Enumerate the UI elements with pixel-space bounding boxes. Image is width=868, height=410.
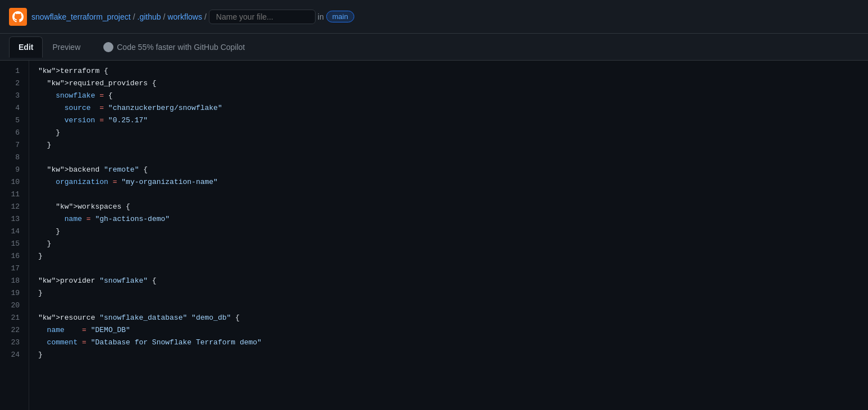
breadcrumb-sep-1: / xyxy=(133,12,135,21)
line-number: 18 xyxy=(4,275,20,287)
line-number: 12 xyxy=(4,201,20,213)
code-editor[interactable]: 123456789101112131415161718192021222324 … xyxy=(0,61,868,410)
line-number: 13 xyxy=(4,213,20,225)
line-number: 22 xyxy=(4,324,20,337)
copilot-button[interactable]: Code 55% faster with GitHub Copilot xyxy=(97,39,252,56)
line-number: 23 xyxy=(4,337,20,349)
tab-bar: Edit Preview Code 55% faster with GitHub… xyxy=(0,34,868,61)
code-line xyxy=(38,188,859,201)
code-line: comment = "Database for Snowflake Terraf… xyxy=(38,337,859,349)
line-number: 17 xyxy=(4,262,20,275)
line-number: 19 xyxy=(4,287,20,300)
line-number: 20 xyxy=(4,300,20,312)
line-number: 2 xyxy=(4,77,20,90)
file-name-input[interactable] xyxy=(209,10,316,24)
line-number: 11 xyxy=(4,188,20,201)
line-number: 5 xyxy=(4,114,20,127)
line-number: 7 xyxy=(4,139,20,151)
line-numbers: 123456789101112131415161718192021222324 xyxy=(0,61,29,410)
line-number: 24 xyxy=(4,349,20,361)
line-number: 21 xyxy=(4,312,20,324)
breadcrumb-repo[interactable]: snowflake_terraform_project xyxy=(31,12,131,21)
line-number: 6 xyxy=(4,127,20,139)
line-number: 3 xyxy=(4,90,20,102)
line-number: 16 xyxy=(4,250,20,262)
code-line: "kw">terraform { xyxy=(38,65,859,77)
breadcrumb: snowflake_terraform_project / .github / … xyxy=(31,10,354,24)
code-line: "kw">required_providers { xyxy=(38,77,859,90)
code-content[interactable]: "kw">terraform { "kw">required_providers… xyxy=(29,61,868,410)
branch-badge: main xyxy=(326,11,354,22)
code-line: "kw">provider "snowflake" { xyxy=(38,275,859,287)
code-line: version = "0.25.17" xyxy=(38,114,859,127)
line-number: 4 xyxy=(4,102,20,114)
code-line: name = "DEMO_DB" xyxy=(38,324,859,337)
tab-preview[interactable]: Preview xyxy=(43,36,90,58)
breadcrumb-github[interactable]: .github xyxy=(138,12,161,21)
code-line xyxy=(38,300,859,312)
code-line: } xyxy=(38,139,859,151)
top-bar: snowflake_terraform_project / .github / … xyxy=(0,0,868,34)
line-number: 14 xyxy=(4,225,20,238)
code-line: name = "gh-actions-demo" xyxy=(38,213,859,225)
breadcrumb-workflows[interactable]: workflows xyxy=(167,12,202,21)
code-line: } xyxy=(38,238,859,250)
code-line: "kw">resource "snowflake_database" "demo… xyxy=(38,312,859,324)
code-line xyxy=(38,262,859,275)
code-line xyxy=(38,151,859,164)
tab-edit[interactable]: Edit xyxy=(9,36,43,58)
code-line: "kw">backend "remote" { xyxy=(38,164,859,176)
code-line: "kw">workspaces { xyxy=(38,201,859,213)
line-number: 15 xyxy=(4,238,20,250)
line-number: 10 xyxy=(4,176,20,188)
copilot-icon xyxy=(103,42,113,52)
code-line: snowflake = { xyxy=(38,90,859,102)
line-number: 9 xyxy=(4,164,20,176)
code-line: source = "chanzuckerberg/snowflake" xyxy=(38,102,859,114)
branch-prefix: in xyxy=(318,12,324,21)
code-line: organization = "my-organization-name" xyxy=(38,176,859,188)
code-line: } xyxy=(38,225,859,238)
breadcrumb-sep-2: / xyxy=(163,12,166,21)
code-line: } xyxy=(38,349,859,361)
code-line: } xyxy=(38,287,859,300)
line-number: 1 xyxy=(4,65,20,77)
line-number: 8 xyxy=(4,151,20,164)
breadcrumb-sep-3: / xyxy=(204,12,207,21)
code-line: } xyxy=(38,250,859,262)
copilot-label: Code 55% faster with GitHub Copilot xyxy=(117,43,245,52)
github-logo xyxy=(9,8,27,26)
code-line: } xyxy=(38,127,859,139)
